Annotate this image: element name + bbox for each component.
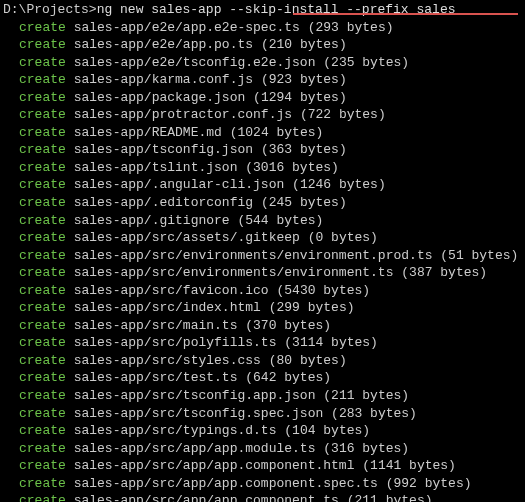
file-path: sales-app/e2e/tsconfig.e2e.json: [74, 55, 316, 70]
create-keyword: create: [19, 125, 66, 140]
create-keyword: create: [19, 37, 66, 52]
prompt-path: D:\Projects>: [3, 2, 97, 17]
create-keyword: create: [19, 406, 66, 421]
create-keyword: create: [19, 20, 66, 35]
create-keyword: create: [19, 441, 66, 456]
file-size: (923 bytes): [261, 72, 347, 87]
create-keyword: create: [19, 300, 66, 315]
create-keyword: create: [19, 160, 66, 175]
output-line: create sales-app/src/index.html (299 byt…: [3, 299, 522, 317]
file-path: sales-app/src/main.ts: [74, 318, 238, 333]
create-keyword: create: [19, 388, 66, 403]
create-keyword: create: [19, 283, 66, 298]
output-line: create sales-app/src/typings.d.ts (104 b…: [3, 422, 522, 440]
create-keyword: create: [19, 177, 66, 192]
output-line: create sales-app/src/favicon.ico (5430 b…: [3, 282, 522, 300]
output-line: create sales-app/src/assets/.gitkeep (0 …: [3, 229, 522, 247]
file-size: (299 bytes): [269, 300, 355, 315]
file-size: (363 bytes): [261, 142, 347, 157]
create-keyword: create: [19, 230, 66, 245]
file-path: sales-app/karma.conf.js: [74, 72, 253, 87]
file-size: (722 bytes): [300, 107, 386, 122]
file-size: (1024 bytes): [230, 125, 324, 140]
output-line: create sales-app/e2e/app.e2e-spec.ts (29…: [3, 19, 522, 37]
file-path: sales-app/src/app/app.component.spec.ts: [74, 476, 378, 491]
file-size: (992 bytes): [386, 476, 472, 491]
file-path: sales-app/src/assets/.gitkeep: [74, 230, 300, 245]
file-path: sales-app/src/test.ts: [74, 370, 238, 385]
file-size: (1141 bytes): [362, 458, 456, 473]
file-path: sales-app/src/tsconfig.app.json: [74, 388, 316, 403]
file-path: sales-app/protractor.conf.js: [74, 107, 292, 122]
output-line: create sales-app/src/tsconfig.spec.json …: [3, 405, 522, 423]
file-size: (51 bytes): [440, 248, 518, 263]
create-keyword: create: [19, 493, 66, 502]
output-line: create sales-app/src/environments/enviro…: [3, 247, 522, 265]
output-line: create sales-app/.editorconfig (245 byte…: [3, 194, 522, 212]
output-line: create sales-app/src/main.ts (370 bytes): [3, 317, 522, 335]
output-line: create sales-app/src/test.ts (642 bytes): [3, 369, 522, 387]
output-line: create sales-app/.angular-cli.json (1246…: [3, 176, 522, 194]
output-line: create sales-app/src/app/app.component.t…: [3, 492, 522, 502]
file-path: sales-app/package.json: [74, 90, 246, 105]
output-line: create sales-app/src/app/app.module.ts (…: [3, 440, 522, 458]
file-size: (387 bytes): [401, 265, 487, 280]
file-size: (3114 bytes): [284, 335, 378, 350]
create-keyword: create: [19, 142, 66, 157]
file-size: (210 bytes): [261, 37, 347, 52]
file-path: sales-app/tsconfig.json: [74, 142, 253, 157]
file-size: (3016 bytes): [245, 160, 339, 175]
create-keyword: create: [19, 55, 66, 70]
file-path: sales-app/src/index.html: [74, 300, 261, 315]
file-size: (0 bytes): [308, 230, 378, 245]
file-path: sales-app/src/polyfills.ts: [74, 335, 277, 350]
output-line: create sales-app/.gitignore (544 bytes): [3, 212, 522, 230]
file-path: sales-app/src/environments/environment.t…: [74, 265, 394, 280]
create-keyword: create: [19, 107, 66, 122]
file-path: sales-app/src/favicon.ico: [74, 283, 269, 298]
output-line: create sales-app/tsconfig.json (363 byte…: [3, 141, 522, 159]
file-path: sales-app/src/environments/environment.p…: [74, 248, 433, 263]
output-line: create sales-app/e2e/tsconfig.e2e.json (…: [3, 54, 522, 72]
create-keyword: create: [19, 213, 66, 228]
create-keyword: create: [19, 265, 66, 280]
file-size: (211 bytes): [323, 388, 409, 403]
file-path: sales-app/.angular-cli.json: [74, 177, 285, 192]
file-size: (5430 bytes): [276, 283, 370, 298]
file-path: sales-app/.editorconfig: [74, 195, 253, 210]
file-size: (1294 bytes): [253, 90, 347, 105]
output-line: create sales-app/protractor.conf.js (722…: [3, 106, 522, 124]
file-path: sales-app/src/styles.css: [74, 353, 261, 368]
file-path: sales-app/src/app/app.component.html: [74, 458, 355, 473]
create-keyword: create: [19, 353, 66, 368]
create-keyword: create: [19, 370, 66, 385]
output-line: create sales-app/README.md (1024 bytes): [3, 124, 522, 142]
file-size: (245 bytes): [261, 195, 347, 210]
create-keyword: create: [19, 335, 66, 350]
output-line: create sales-app/src/app/app.component.s…: [3, 475, 522, 493]
output-line: create sales-app/src/tsconfig.app.json (…: [3, 387, 522, 405]
file-size: (80 bytes): [269, 353, 347, 368]
highlight-underline: [293, 13, 518, 15]
output-line: create sales-app/tslint.json (3016 bytes…: [3, 159, 522, 177]
create-keyword: create: [19, 476, 66, 491]
create-keyword: create: [19, 72, 66, 87]
file-size: (235 bytes): [323, 55, 409, 70]
create-keyword: create: [19, 195, 66, 210]
create-keyword: create: [19, 90, 66, 105]
file-size: (316 bytes): [323, 441, 409, 456]
create-keyword: create: [19, 423, 66, 438]
file-size: (211 bytes): [347, 493, 433, 502]
output-line: create sales-app/e2e/app.po.ts (210 byte…: [3, 36, 522, 54]
file-size: (293 bytes): [308, 20, 394, 35]
file-path: sales-app/src/typings.d.ts: [74, 423, 277, 438]
file-path: sales-app/.gitignore: [74, 213, 230, 228]
file-size: (370 bytes): [245, 318, 331, 333]
output-line: create sales-app/src/app/app.component.h…: [3, 457, 522, 475]
command-prompt-line[interactable]: D:\Projects>ng new sales-app --skip-inst…: [3, 1, 522, 19]
file-size: (104 bytes): [284, 423, 370, 438]
output-line: create sales-app/karma.conf.js (923 byte…: [3, 71, 522, 89]
file-path: sales-app/e2e/app.e2e-spec.ts: [74, 20, 300, 35]
create-keyword: create: [19, 248, 66, 263]
output-line: create sales-app/src/styles.css (80 byte…: [3, 352, 522, 370]
